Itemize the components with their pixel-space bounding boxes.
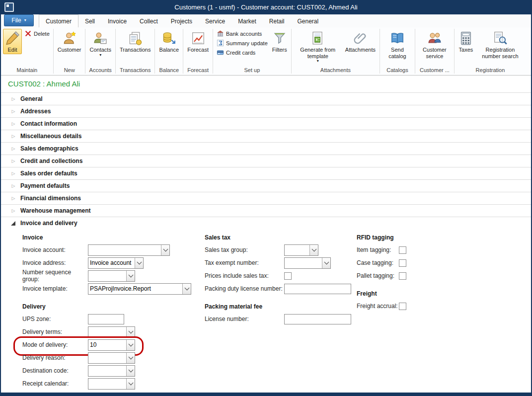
delivery-terms-row: Delivery terms:	[22, 325, 191, 338]
dropdown-arrow-icon[interactable]	[126, 327, 135, 337]
send-catalog-button[interactable]: Send catalog	[382, 29, 413, 60]
invoice-account-combobox[interactable]	[88, 244, 170, 256]
ribbon: Edit Delete Maintain Customer New	[1, 27, 531, 76]
fasttab-header-sales-demographics[interactable]: ▷Sales demographics	[1, 142, 531, 155]
bank-icon	[217, 30, 224, 37]
dropdown-arrow-icon[interactable]	[309, 245, 318, 255]
ups-zone-input[interactable]	[88, 314, 124, 324]
dropdown-arrow-icon[interactable]	[126, 379, 135, 389]
fasttab-header-invoice-and-delivery[interactable]: Invoice and delivery	[1, 217, 531, 229]
bank-accounts-button[interactable]: Bank accounts	[215, 29, 269, 38]
fasttab-label: Invoice and delivery	[20, 220, 77, 227]
fasttab-header-sales-order-defaults[interactable]: ▷Sales order defaults	[1, 167, 531, 179]
dropdown-arrow-icon[interactable]	[161, 245, 169, 255]
packing-duty-license-number-input[interactable]	[284, 284, 351, 294]
dropdown-arrow-icon[interactable]	[135, 258, 143, 268]
attachments-button[interactable]: Attachments	[343, 29, 378, 54]
invoice-template-combobox[interactable]: PSAProjInvoice.Report	[88, 283, 191, 295]
fasttab-header-financial-dimensions[interactable]: ▷Financial dimensions	[1, 192, 531, 204]
dropdown-arrow-icon[interactable]	[126, 366, 135, 376]
summary-update-button[interactable]: Summary update	[215, 38, 269, 48]
group-label-accounts: Accounts	[85, 67, 115, 75]
pallet-tagging-checkbox[interactable]	[399, 272, 406, 280]
two-people-icon	[427, 31, 442, 46]
fasttab-label: Payment defaults	[20, 182, 70, 189]
receipt-calendar-combobox[interactable]	[88, 378, 135, 390]
expand-arrow-icon: ▷	[11, 109, 16, 114]
ribbon-tab-sell[interactable]: Sell	[78, 15, 101, 27]
ribbon-tab-general[interactable]: General	[291, 15, 325, 27]
delivery-reason-row: Delivery reason:	[22, 351, 191, 364]
tax-exempt-number-combobox[interactable]	[284, 257, 331, 269]
prices-include-sales-tax-checkbox[interactable]	[284, 272, 292, 280]
invoice-template-row: Invoice template: PSAProjInvoice.Report	[22, 282, 191, 295]
pallet-tagging-label: Pallet tagging:	[357, 272, 399, 279]
dropdown-arrow-icon[interactable]	[126, 340, 135, 350]
customer-new-button[interactable]: Customer	[56, 29, 83, 54]
fasttab-header-general[interactable]: ▷General	[1, 92, 531, 105]
case-tagging-row: Case tagging:	[357, 256, 426, 269]
ribbon-tab-customer[interactable]: Customer	[39, 14, 78, 27]
ribbon-group-setup: Bank accounts Summary update Credit card…	[213, 27, 291, 75]
ribbon-tab-market[interactable]: Market	[231, 15, 263, 27]
dropdown-arrow-icon[interactable]	[126, 271, 135, 281]
calculator-icon	[458, 31, 473, 46]
dropdown-arrow-icon[interactable]	[322, 258, 330, 268]
sales-tax-group-combobox[interactable]	[284, 244, 318, 256]
ribbon-tab-service[interactable]: Service	[199, 15, 231, 27]
pencil-icon	[5, 31, 20, 46]
app-window: Customers (1 - usmf) - Customer account:…	[0, 0, 532, 396]
item-tagging-checkbox[interactable]	[399, 246, 406, 254]
fasttab-header-contact-information[interactable]: ▷Contact information	[1, 117, 531, 130]
ribbon-tab-projects[interactable]: Projects	[164, 15, 199, 27]
book-icon	[390, 31, 405, 46]
freight-accrual-row: Freight accrual:	[357, 300, 426, 313]
group-label-customer: Customer ...	[415, 67, 454, 75]
customer-service-button[interactable]: Customer service	[417, 29, 452, 60]
fasttab-label: Financial dimensions	[20, 195, 81, 202]
ribbon-tab-invoice[interactable]: Invoice	[101, 15, 133, 27]
mode-of-delivery-combobox[interactable]: 10	[88, 339, 135, 351]
filters-button[interactable]: Filters	[270, 29, 289, 54]
transactions-button[interactable]: Transactions	[118, 29, 153, 54]
fasttab-header-miscellaneous-details[interactable]: ▷Miscellaneous details	[1, 130, 531, 142]
contacts-icon	[93, 31, 108, 46]
group-label-transactions: Transactions	[116, 67, 155, 75]
delete-button[interactable]: Delete	[23, 29, 51, 38]
destination-code-combobox[interactable]	[88, 365, 135, 377]
invoice-and-delivery-section: Invoice Invoice account: Invoice address…	[1, 229, 531, 393]
rfid-tagging-group-header: RFID tagging	[357, 229, 426, 243]
balance-button[interactable]: Balance	[157, 29, 181, 54]
generate-from-template-button[interactable]: Generate from template ▾	[294, 29, 342, 64]
delivery-reason-combobox[interactable]	[88, 352, 135, 364]
number-sequence-group-combobox[interactable]	[88, 270, 135, 282]
fasttab-header-payment-defaults[interactable]: ▷Payment defaults	[1, 179, 531, 192]
prices-include-sales-tax-label: Prices include sales tax:	[205, 272, 284, 279]
chart-icon	[191, 31, 206, 46]
receipt-calendar-row: Receipt calendar:	[22, 377, 191, 390]
forecast-button[interactable]: Forecast	[185, 29, 211, 54]
fasttab-header-warehouse-management[interactable]: ▷Warehouse management	[1, 204, 531, 217]
taxes-button[interactable]: Taxes	[456, 29, 475, 54]
ribbon-tab-retail[interactable]: Retail	[263, 15, 291, 27]
file-menu-button[interactable]: File ▾	[4, 14, 34, 26]
sales-tax-group-label: Sales tax group:	[205, 246, 284, 253]
license-number-input[interactable]	[284, 314, 351, 324]
dropdown-arrow-icon[interactable]	[126, 353, 135, 363]
invoice-address-label: Invoice address:	[22, 259, 88, 266]
packing-material-fee-group-header: Packing material fee	[205, 298, 354, 313]
sales-tax-group-row: Sales tax group:	[205, 243, 354, 256]
fasttab-header-addresses[interactable]: ▷Addresses	[1, 105, 531, 117]
dropdown-arrow-icon[interactable]	[182, 284, 191, 294]
fasttab-header-credit-and-collections[interactable]: ▷Credit and collections	[1, 155, 531, 167]
registration-number-search-button[interactable]: Registration number search	[476, 29, 524, 60]
freight-accrual-checkbox[interactable]	[399, 303, 406, 310]
case-tagging-checkbox[interactable]	[399, 259, 406, 267]
contacts-button[interactable]: Contacts ▾	[87, 29, 113, 58]
invoice-address-combobox[interactable]: Invoice account	[88, 257, 144, 269]
edit-button[interactable]: Edit	[3, 29, 22, 54]
ribbon-tab-collect[interactable]: Collect	[133, 15, 164, 27]
fasttab-label: Miscellaneous details	[20, 133, 81, 140]
delivery-terms-combobox[interactable]	[88, 326, 135, 338]
credit-cards-button[interactable]: Credit cards	[215, 48, 269, 57]
